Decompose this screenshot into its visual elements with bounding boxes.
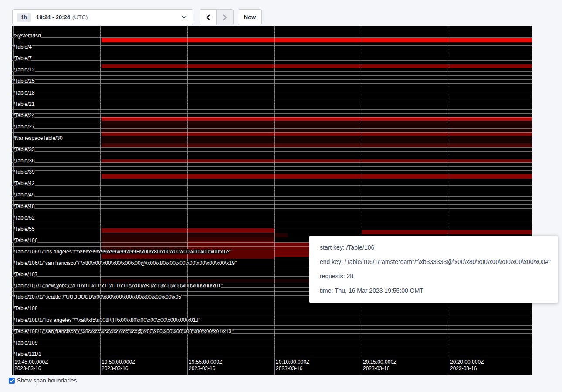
axis-tick-date: 2023-03-16 [102, 365, 135, 372]
axis-tick-date: 2023-03-16 [276, 365, 309, 372]
tooltip-requests: requests: 28 [320, 269, 547, 284]
x-axis: 19:45:00.000Z2023-03-1619:50:00.000Z2023… [12, 26, 532, 375]
time-nav-group [200, 9, 234, 25]
axis-tick-time: 20:20:00.000Z [450, 359, 484, 365]
tooltip-start-key: start key: /Table/106 [320, 240, 547, 255]
key-visualizer-heatmap[interactable]: /System/tsd/Table/4/Table/7/Table/12/Tab… [12, 26, 532, 375]
axis-tick: 19:50:00.000Z2023-03-16 [102, 359, 135, 372]
show-span-boundaries-label: Show span boundaries [17, 377, 77, 384]
axis-tick: 19:55:00.000Z2023-03-16 [189, 359, 222, 372]
axis-tick-date: 2023-03-16 [189, 365, 222, 372]
chart-options-row: Show span boundaries [9, 377, 77, 384]
chevron-down-icon [182, 16, 186, 19]
axis-tick-time: 19:45:00.000Z [14, 359, 48, 365]
hover-tooltip: start key: /Table/106 end key: /Table/10… [309, 236, 558, 303]
tooltip-end-key: end key: /Table/106/1/"amsterdam"/"\xb33… [320, 255, 547, 269]
show-span-boundaries-checkbox[interactable] [9, 378, 15, 384]
axis-tick: 19:45:00.000Z2023-03-16 [14, 359, 48, 372]
axis-tick-date: 2023-03-16 [450, 365, 484, 372]
next-time-button[interactable] [217, 10, 233, 25]
tooltip-time: time: Thu, 16 Mar 2023 19:55:00 GMT [320, 284, 547, 298]
axis-tick-time: 19:50:00.000Z [102, 359, 135, 365]
chevron-left-icon [206, 14, 210, 20]
axis-tick-date: 2023-03-16 [363, 365, 396, 372]
now-button[interactable]: Now [238, 9, 262, 25]
axis-tick: 20:10:00.000Z2023-03-16 [276, 359, 309, 372]
axis-tick-time: 20:10:00.000Z [276, 359, 309, 365]
axis-tick: 20:15:00.000Z2023-03-16 [363, 359, 396, 372]
timezone-label: (UTC) [72, 14, 88, 20]
axis-tick-date: 2023-03-16 [14, 365, 48, 372]
check-icon [10, 379, 14, 382]
prev-time-button[interactable] [200, 10, 217, 25]
axis-tick: 20:20:00.000Z2023-03-16 [450, 359, 484, 372]
axis-tick-time: 20:15:00.000Z [363, 359, 396, 365]
axis-tick-time: 19:55:00.000Z [189, 359, 222, 365]
time-range-dropdown[interactable]: 1h 19:24 - 20:24 (UTC) [12, 9, 193, 25]
time-range-label: 19:24 - 20:24 [36, 14, 70, 20]
chevron-right-icon [223, 14, 227, 20]
preset-duration-badge: 1h [17, 13, 31, 22]
key-visualizer-page: 1h 19:24 - 20:24 (UTC) Now /System/tsd/T… [0, 0, 562, 392]
